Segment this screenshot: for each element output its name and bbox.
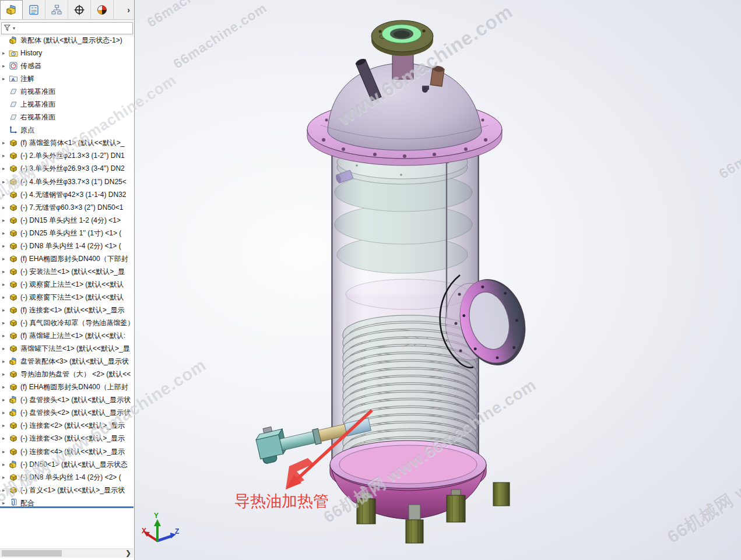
expander-arrow-icon[interactable]: ▸ [2,419,9,432]
expander-arrow-icon[interactable]: ▸ [2,59,9,72]
expander-arrow-icon[interactable]: ▸ [2,188,9,201]
displaymanager-sphere-icon [96,4,108,16]
expander-arrow-icon[interactable]: ▸ [2,136,9,149]
expander-arrow-icon[interactable]: ▸ [2,381,9,393]
part-icon [9,382,18,392]
tab-configurationmanager[interactable] [45,0,68,19]
tree-item[interactable]: ▸(-) 连接套<4> (默认<<默认>_显示 [0,445,134,458]
expander-arrow-icon[interactable]: ▸ [2,227,9,240]
tree-item[interactable]: ▸(-) 7.无缝管φ60.3×3 (2'') DN50<1 [0,201,134,214]
tree-item[interactable]: ▸传感器 [0,59,134,72]
tree-item[interactable]: ▸(-) 真气回收冷却罩（导热油蒸馏釜） [0,316,134,329]
part-icon [9,447,18,456]
expander-arrow-icon[interactable]: ▸ [2,240,9,252]
expander-arrow-icon[interactable]: ▸ [2,162,9,175]
triad-y-label: Y [154,512,159,520]
expander-arrow-icon[interactable]: ▸ [2,484,9,496]
expander-arrow-icon[interactable]: ▸ [2,278,9,291]
expander-arrow-icon[interactable]: ▸ [2,201,9,214]
expander-arrow-icon[interactable]: ▸ [2,445,9,458]
tree-item-label: 前视基准面 [20,85,55,98]
tree-item-label: History [20,47,42,59]
tree-item[interactable]: ▸(-) DN8 单头内丝 1-4 (2分) <2> ( [0,471,134,484]
part-icon [9,344,18,353]
part-icon [9,151,18,160]
filter-input[interactable]: ▾ [1,22,133,34]
tree-item[interactable]: ▸(-) 盘管接头<2> (默认<默认_显示状 [0,406,134,419]
tree-item[interactable]: ▸A注解 [0,72,134,85]
scrollbar-right-arrow[interactable]: ❯ [125,549,131,558]
filter-dropdown-caret[interactable]: ▾ [13,26,15,31]
tree-item[interactable]: ▸盘管装配体<3> (默认<默认_显示状 [0,355,134,368]
tree-item[interactable]: ▸(f) EHA椭圆形封头DN400（下部封 [0,252,134,265]
tree-item[interactable]: 装配体 (默认<默认_显示状态-1>) [0,34,134,47]
tab-dimxpertmanager[interactable] [68,0,91,19]
expander-arrow-icon[interactable]: ▸ [2,47,9,59]
manager-tabbar: › [0,0,134,20]
tree-item[interactable]: ▸(-) 安装法兰<1> (默认<<默认>_显 [0,265,134,278]
tree-item[interactable]: 右视基准面 [0,111,134,124]
expander-arrow-icon[interactable]: ▸ [2,471,9,484]
tab-displaymanager[interactable] [91,0,114,19]
expander-arrow-icon[interactable]: ▸ [2,175,9,188]
tree-item[interactable]: ▸(-) 观察窗下法兰<1> (默认<<默认 [0,291,134,304]
tree-item-label: (-) DN8 单头内丝 1-4 (2分) <2> ( [20,471,121,484]
tree-item[interactable]: ▸(-) DN50<1> (默认<默认_显示状态 [0,458,134,471]
tree-item[interactable]: ▸导热油加热盘管（大） <2> (默认<< [0,368,134,381]
tree-item-label: (f) EHA椭圆形封头DN400（下部封 [20,252,128,265]
tree-item[interactable]: ▸(-) DN8 单头内丝 1-4 (2分) <1> ( [0,240,134,252]
part-icon [9,421,18,430]
horizontal-scrollbar[interactable]: ❯ [0,548,134,558]
expander-arrow-icon[interactable]: ▸ [2,291,9,304]
tree-item-label: 装配体 (默认<默认_显示状态-1>) [20,34,122,47]
tree-item[interactable]: ▸(f) EHA椭圆形封头DN400（上部封 [0,381,134,393]
tab-featuremanager[interactable] [0,0,23,19]
tree-item[interactable]: ▸(-) 首义<1> (默认<<默认>_显示状 [0,484,134,496]
expander-arrow-icon[interactable]: ▸ [2,393,9,406]
expander-arrow-icon[interactable]: ▸ [2,342,9,355]
annotation-label: 导热油加热管 [234,492,329,510]
panel-flyout-arrow[interactable]: › [114,0,134,19]
expander-arrow-icon[interactable]: ▸ [2,432,9,445]
tree-item-label: (-) 2.单头外丝φ21.3×3 (1-2'') DN1 [20,149,125,162]
expander-arrow-icon[interactable]: ▸ [2,265,9,278]
expander-arrow-icon[interactable]: ▸ [2,329,9,342]
tree-item[interactable]: ▸蒸馏罐下法兰<1> (默认<<默认>_显 [0,342,134,355]
expander-arrow-icon[interactable]: ▸ [2,214,9,227]
tree-item-label: (-) DN15 单头内丝 1-2 (4分) <1> [20,214,121,227]
tree-item-label: (f) EHA椭圆形封头DN400（上部封 [20,381,128,393]
tree-item[interactable]: ▸(-) 2.单头外丝φ21.3×3 (1-2'') DN1 [0,149,134,162]
expander-arrow-icon[interactable]: ▸ [2,406,9,419]
tree-item[interactable]: ▸(-) DN15 单头内丝 1-2 (4分) <1> [0,214,134,227]
expander-arrow-icon[interactable]: ▸ [2,458,9,471]
tree-item[interactable]: ▸(f) 蒸馏釜筒体<1> (默认<<默认>_ [0,136,134,149]
solidworks-window: 导热油加热管 X Y Z [0,0,741,560]
expander-arrow-icon[interactable]: ▸ [2,72,9,85]
pane-splitter[interactable] [0,506,134,508]
tree-item[interactable]: 原点 [0,124,134,136]
tree-item[interactable]: ▸History [0,47,134,59]
expander-arrow-icon[interactable]: ▸ [2,304,9,316]
scrollbar-thumb[interactable] [2,550,62,557]
tree-item[interactable]: ▸(-) 观察窗上法兰<1> (默认<<默认 [0,278,134,291]
tree-item[interactable]: 上视基准面 [0,98,134,111]
expander-arrow-icon[interactable]: ▸ [2,252,9,265]
tab-propertymanager[interactable] [23,0,45,19]
triad-x-label: X [142,527,146,535]
tree-item[interactable]: ▸(-) DN25 单头内丝 1'' (1寸) <1> ( [0,227,134,240]
tree-item[interactable]: ▸(-) 3.单头外丝φ26.9×3 (3-4'') DN2 [0,162,134,175]
tree-item[interactable]: ▸(f) 蒸馏罐上法兰<1> (默认<<默认: [0,329,134,342]
expander-arrow-icon[interactable]: ▸ [2,316,9,329]
tree-item[interactable]: ▸(-) 4.无缝钢管φ42×3 (1-1-4) DN32 [0,188,134,201]
tree-item[interactable]: ▸(-) 4.单头外丝φ33.7×3 (1'') DN25< [0,175,134,188]
tree-item[interactable]: ▸(-) 连接套<3> (默认<<默认>_显示 [0,432,134,445]
expander-arrow-icon[interactable]: ▸ [2,368,9,381]
tree-item[interactable]: ▸(f) 连接套<1> (默认<<默认>_显示 [0,304,134,316]
tree-item[interactable]: ▸(-) 盘管接头<1> (默认<默认_显示状 [0,393,134,406]
orientation-triad: X Y Z [142,512,179,541]
expander-arrow-icon[interactable]: ▸ [2,149,9,162]
tree-item[interactable]: 前视基准面 [0,85,134,98]
expander-arrow-icon[interactable]: ▸ [2,355,9,368]
tree-item[interactable]: ▸(-) 连接套<2> (默认<<默认>_显示 [0,419,134,432]
tree-item-label: (-) 连接套<3> (默认<<默认>_显示 [20,432,125,445]
